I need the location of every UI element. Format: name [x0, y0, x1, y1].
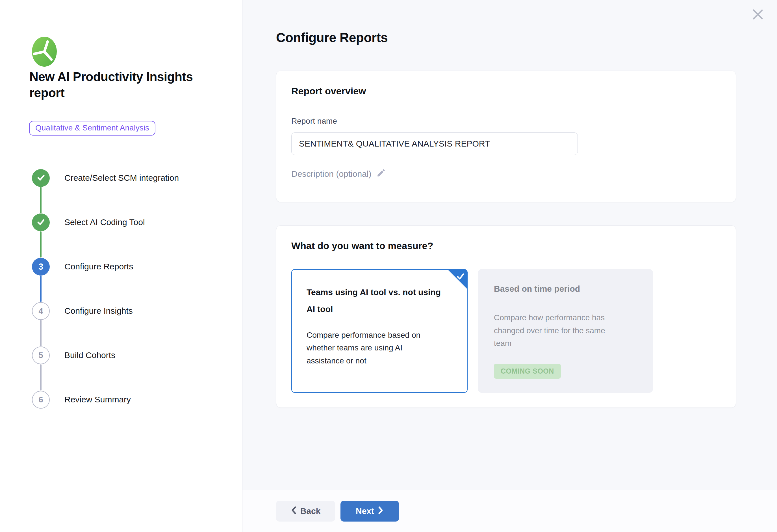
report-overview-card: Report overview Report name Description … [276, 71, 736, 202]
wizard-footer: Back Next [242, 490, 777, 532]
report-name-label: Report name [291, 117, 337, 126]
step-number: 4 [38, 306, 43, 316]
coming-soon-badge: COMING SOON [494, 364, 561, 379]
wizard-sidebar: New AI Productivity Insights report Qual… [0, 0, 242, 532]
description-edit[interactable]: Description (optional) [291, 168, 386, 179]
option-title: Based on time period [494, 283, 580, 295]
report-overview-heading: Report overview [291, 86, 366, 97]
step-4-circle[interactable]: 4 [32, 302, 50, 320]
page-title: Configure Reports [276, 30, 387, 45]
report-name-input[interactable] [291, 132, 578, 155]
step-connector [40, 364, 41, 391]
measure-card: What do you want to measure? Teams using… [276, 225, 736, 408]
step-number: 6 [38, 395, 43, 404]
back-button[interactable]: Back [276, 501, 335, 522]
step-1-label[interactable]: Create/Select SCM integration [65, 173, 179, 183]
configure-reports-panel: Configure Reports Report overview Report… [242, 0, 777, 532]
step-6-circle[interactable]: 6 [32, 391, 50, 409]
description-label: Description (optional) [291, 169, 371, 179]
step-number: 5 [38, 351, 43, 360]
step-5-circle[interactable]: 5 [32, 347, 50, 364]
chevron-right-icon [377, 506, 384, 517]
chevron-left-icon [291, 506, 297, 517]
back-label: Back [300, 506, 321, 516]
step-3-circle[interactable]: 3 [32, 258, 50, 276]
option-time-period: Based on time period Compare how perform… [478, 269, 653, 393]
wizard-stepper: Create/Select SCM integration Select AI … [0, 0, 242, 532]
step-5-label[interactable]: Build Cohorts [65, 351, 115, 360]
step-4-label[interactable]: Configure Insights [65, 306, 133, 316]
option-teams-vs-no-ai[interactable]: Teams using AI tool vs. not using AI too… [291, 269, 468, 393]
step-2-label[interactable]: Select AI Coding Tool [65, 218, 145, 227]
step-connector [40, 276, 41, 302]
new-report-wizard-window: New AI Productivity Insights report Qual… [0, 0, 777, 532]
next-button[interactable]: Next [340, 501, 399, 522]
step-3-label[interactable]: Configure Reports [65, 262, 133, 271]
measure-heading: What do you want to measure? [291, 240, 433, 251]
next-label: Next [356, 506, 374, 516]
check-icon [456, 272, 465, 282]
step-1-circle[interactable] [32, 169, 50, 187]
step-connector [40, 231, 41, 258]
step-2-circle[interactable] [32, 214, 50, 231]
step-connector [40, 320, 41, 346]
step-6-label[interactable]: Review Summary [65, 395, 131, 404]
pencil-icon[interactable] [376, 168, 386, 179]
option-description: Compare how performance has changed over… [494, 311, 616, 350]
step-connector [40, 187, 41, 213]
close-icon[interactable] [751, 7, 765, 22]
option-description: Compare performance based on whether tea… [307, 329, 425, 367]
check-icon [36, 217, 46, 228]
option-title: Teams using AI tool vs. not using AI too… [307, 284, 442, 318]
step-number: 3 [38, 262, 43, 272]
check-icon [36, 173, 46, 183]
